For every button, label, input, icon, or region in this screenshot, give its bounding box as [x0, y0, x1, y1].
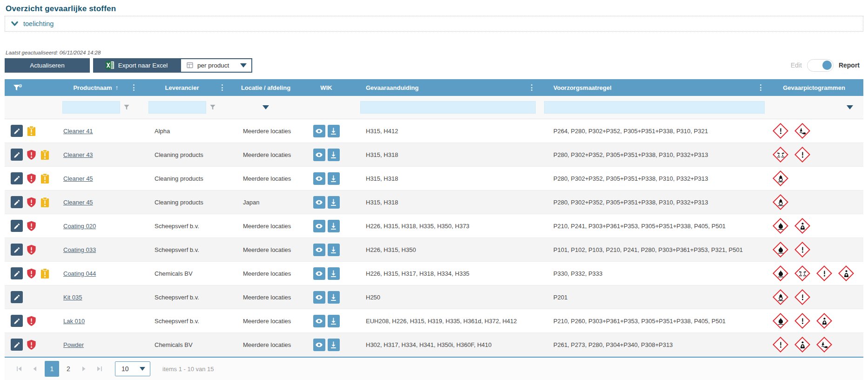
product-link[interactable]: Cleaner 45: [63, 175, 93, 182]
precaution-filter-input[interactable]: [544, 101, 765, 114]
download-wik-button[interactable]: [328, 244, 340, 256]
page-button-2[interactable]: 2: [63, 361, 74, 377]
pictograms-cell: [765, 119, 863, 142]
edit-button[interactable]: [11, 339, 23, 351]
download-wik-button[interactable]: [328, 220, 340, 232]
edit-report-toggle[interactable]: [807, 59, 834, 72]
product-link[interactable]: Lak 010: [63, 318, 85, 325]
hazard-cell: H226, H315, H318, H335, H350, H373: [347, 214, 536, 238]
last-page-button[interactable]: [94, 362, 106, 376]
page-size-select[interactable]: 10: [115, 361, 150, 376]
shield-alert-icon: [27, 197, 36, 208]
flame-pictogram: [773, 218, 788, 234]
corrosion-pictogram: [794, 265, 810, 281]
eye-icon: [315, 175, 323, 183]
product-link[interactable]: Cleaner 45: [63, 199, 93, 206]
download-wik-button[interactable]: [328, 172, 340, 185]
column-menu-icon[interactable]: [530, 82, 534, 93]
edit-button[interactable]: [11, 125, 23, 137]
view-mode-select[interactable]: per product: [180, 58, 252, 73]
download-wik-button[interactable]: [328, 315, 340, 327]
funnel-icon[interactable]: [123, 104, 130, 110]
last-updated-text: Laatst geactualiseerd: 06/11/2024 14:28: [6, 49, 868, 56]
pictograms-cell: [765, 167, 863, 190]
toelichting-expander[interactable]: toelichting: [5, 16, 863, 32]
column-menu-icon[interactable]: [220, 82, 224, 93]
edit-button[interactable]: [11, 172, 23, 184]
view-wik-button[interactable]: [313, 339, 325, 351]
pictograms-cell: [765, 190, 863, 214]
product-link[interactable]: Coating 044: [63, 270, 96, 277]
export-excel-button[interactable]: Export naar Excel: [93, 58, 180, 73]
product-link[interactable]: Powder: [63, 341, 84, 348]
next-page-button[interactable]: [78, 362, 90, 376]
edit-button[interactable]: [11, 291, 23, 303]
product-link[interactable]: Coating 020: [63, 223, 96, 230]
refresh-button[interactable]: Actualiseren: [5, 58, 90, 73]
eye-icon: [315, 270, 323, 278]
view-wik-button[interactable]: [313, 315, 325, 327]
hazard-filter-input[interactable]: [360, 101, 536, 114]
download-wik-button[interactable]: [328, 339, 340, 351]
column-header-supplier[interactable]: Leverancier: [138, 79, 226, 96]
column-header-hazard[interactable]: Gevaaraanduiding: [347, 79, 536, 96]
product-link[interactable]: Cleaner 41: [63, 128, 93, 135]
download-wik-button[interactable]: [328, 196, 340, 209]
column-header-precaution[interactable]: Voorzorgsmaatregel: [536, 79, 765, 96]
product-cell: Cleaner 41: [54, 119, 138, 142]
pictograms-cell: [765, 309, 863, 332]
download-wik-button[interactable]: [328, 267, 340, 280]
edit-label: Edit: [791, 61, 802, 69]
filter-cell-location: [226, 96, 305, 119]
edit-button[interactable]: [11, 149, 23, 161]
column-header-location[interactable]: Locatie / afdeling: [226, 79, 305, 96]
download-wik-button[interactable]: [328, 149, 340, 161]
eye-icon: [315, 127, 323, 135]
view-wik-button[interactable]: [313, 244, 325, 256]
view-wik-button[interactable]: [313, 291, 325, 304]
page-button-1[interactable]: 1: [45, 361, 59, 377]
view-wik-button[interactable]: [313, 220, 325, 232]
supplier-cell: Scheepsverf b.v.: [138, 309, 226, 332]
location-cell: Meerdere locaties: [226, 167, 305, 190]
product-link[interactable]: Coating 033: [63, 246, 96, 253]
table-row: Kit 035Scheepsverf b.v.Meerdere locaties…: [5, 285, 863, 309]
edit-button[interactable]: [11, 220, 23, 232]
supplier-cell: Chemicals BV: [138, 333, 226, 356]
filter-cell-actions: [5, 96, 54, 119]
flame-pictogram: [773, 265, 788, 281]
view-wik-button[interactable]: [313, 196, 325, 209]
product-link[interactable]: Cleaner 43: [63, 151, 93, 158]
view-wik-button[interactable]: [313, 149, 325, 161]
funnel-clear-icon[interactable]: [13, 84, 22, 92]
location-cell: Meerdere locaties: [226, 333, 305, 356]
column-menu-icon[interactable]: [132, 82, 136, 93]
pictograms-cell: [765, 143, 863, 166]
product-link[interactable]: Kit 035: [63, 294, 82, 301]
column-label: Productnaam: [73, 84, 112, 91]
first-page-button[interactable]: [13, 362, 25, 376]
column-header-wik[interactable]: WIK: [305, 79, 347, 96]
column-header-picto[interactable]: Gevaarpictogrammen: [765, 79, 863, 96]
download-wik-button[interactable]: [328, 291, 340, 304]
picto-filter-dropdown[interactable]: [847, 105, 853, 109]
view-wik-button[interactable]: [313, 125, 325, 137]
view-wik-button[interactable]: [313, 267, 325, 280]
supplier-filter-input[interactable]: [148, 101, 206, 114]
download-wik-button[interactable]: [328, 125, 340, 137]
health-hazard-pictogram: [838, 265, 854, 281]
edit-button[interactable]: [11, 244, 23, 256]
actions-cell: [5, 333, 54, 356]
view-wik-button[interactable]: [313, 172, 325, 185]
funnel-icon[interactable]: [209, 104, 216, 110]
prev-page-button[interactable]: [29, 362, 41, 376]
edit-button[interactable]: [11, 196, 23, 208]
edit-button[interactable]: [11, 267, 23, 279]
shield-alert-icon: [27, 244, 36, 255]
column-header-product[interactable]: Productnaam↑: [54, 79, 138, 96]
product-filter-input[interactable]: [62, 101, 120, 114]
edit-button[interactable]: [11, 315, 23, 327]
eye-icon: [315, 198, 323, 206]
column-menu-icon[interactable]: [759, 82, 763, 93]
location-filter-dropdown[interactable]: [262, 105, 269, 109]
